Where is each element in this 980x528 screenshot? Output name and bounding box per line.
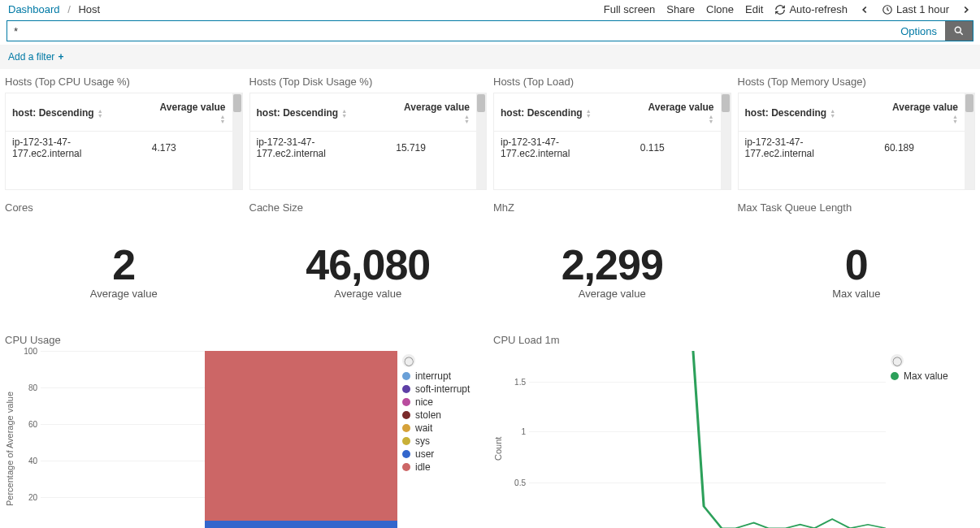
scrollbar[interactable] [232,93,242,189]
panel-title: Cores [5,200,243,219]
breadcrumb-sep: / [67,3,71,15]
breadcrumb-root[interactable]: Dashboard [8,3,60,15]
panel-top-disk: Hosts (Top Disk Usage %) host: Descendin… [249,74,488,190]
svg-point-1 [955,27,960,32]
legend-item[interactable]: stolen [402,409,487,421]
metric-value: 2,299 [562,244,663,286]
panel-title: CPU Load 1m [493,332,975,351]
panel-cache: Cache Size 46,080 Average value [249,200,488,324]
col-value[interactable]: Average value▲▼ [634,93,721,132]
search-icon [953,25,965,37]
dot-icon [402,424,410,432]
sort-icon: ▲▼ [952,115,958,124]
share-button[interactable]: Share [666,3,695,15]
plus-icon: + [58,51,63,63]
sort-icon: ▲▼ [709,115,714,124]
fullscreen-button[interactable]: Full screen [604,3,656,15]
col-value[interactable]: Average value▲▼ [145,93,232,132]
legend-toggle[interactable]: ◯ [891,354,904,367]
table-row[interactable]: ip-172-31-47-177.ec2.internal 15.719 [250,132,477,165]
panel-title: Cache Size [249,200,488,219]
col-value[interactable]: Average value▲▼ [389,93,476,132]
query-bar: Options [7,20,973,41]
refresh-icon [774,4,786,15]
legend: ◯ Max value [886,351,975,528]
series-idle [205,351,397,528]
chevron-right-icon [960,4,972,15]
cpu-usage-plot[interactable] [41,351,397,528]
sort-icon: ▲▼ [220,115,226,124]
search-input[interactable] [7,21,892,41]
legend-item[interactable]: nice [402,396,487,408]
scrollbar[interactable] [721,93,731,189]
add-filter-button[interactable]: Add a filter + [8,51,63,63]
metric-value: 46,080 [306,244,430,286]
col-host[interactable]: host: Descending▲▼ [494,93,634,132]
series-max-value [529,351,886,528]
query-options-button[interactable]: Options [892,21,945,41]
time-next-button[interactable] [960,4,972,15]
scrollbar[interactable] [965,93,974,189]
dot-icon [402,411,410,419]
clone-button[interactable]: Clone [706,3,734,15]
series-user [205,521,397,528]
metric-value: 0 [845,244,868,286]
legend-item[interactable]: user [402,448,487,460]
y-axis-label: Percentage of Average value [5,351,16,528]
y-axis-label: Count [493,351,505,528]
dot-icon [402,463,410,471]
chevron-left-icon [859,4,870,15]
panel-maxqueue: Max Task Queue Length 0 Max value [738,200,976,324]
cpu-load-plot[interactable] [529,351,886,528]
table-row[interactable]: ip-172-31-47-177.ec2.internal 4.173 [6,132,232,165]
panel-top-load: Hosts (Top Load) host: Descending▲▼ Aver… [493,74,731,190]
col-host[interactable]: host: Descending▲▼ [739,93,878,132]
panel-title: MhZ [493,200,731,219]
panel-cpu-usage: CPU Usage Percentage of Average value 0 … [5,332,487,528]
breadcrumb-current: Host [78,3,100,15]
y-axis: 0 0.5 1 1.5 [505,351,529,528]
panel-cpu-load: CPU Load 1m Count 0 0.5 1 1.5 [493,332,975,528]
dot-icon [891,372,899,380]
metric-value: 2 [112,244,135,286]
metric-label: Max value [832,288,880,300]
dot-icon [402,398,410,406]
legend: ◯ interrupt soft-interrupt nice stolen w… [397,351,487,528]
panel-title: Max Task Queue Length [738,200,976,219]
legend-item[interactable]: idle [402,461,487,473]
legend-item[interactable]: Max value [891,370,975,382]
col-value[interactable]: Average value▲▼ [878,93,965,132]
panel-title: Hosts (Top Load) [493,74,731,93]
search-button[interactable] [945,21,973,41]
legend-item[interactable]: soft-interrupt [402,383,487,395]
time-prev-button[interactable] [859,4,870,15]
col-host[interactable]: host: Descending▲▼ [250,93,390,132]
panel-title: Hosts (Top Disk Usage %) [249,74,488,93]
table-panels-row: Hosts (Top CPU Usage %) host: Descending… [0,69,980,195]
dot-icon [402,437,410,445]
panel-top-mem: Hosts (Top Memory Usage) host: Descendin… [738,74,976,190]
timerange-button[interactable]: Last 1 hour [882,3,949,15]
col-host[interactable]: host: Descending▲▼ [6,93,145,132]
metric-label: Average value [579,288,646,300]
legend-item[interactable]: wait [402,422,487,434]
legend-item[interactable]: interrupt [402,370,487,382]
table-row[interactable]: ip-172-31-47-177.ec2.internal 0.115 [494,132,721,165]
metric-label: Average value [90,288,158,300]
sort-icon: ▲▼ [341,109,347,119]
dot-icon [402,385,410,393]
panel-cores: Cores 2 Average value [5,200,243,324]
sort-icon: ▲▼ [586,109,592,119]
scrollbar[interactable] [476,93,486,189]
autorefresh-button[interactable]: Auto-refresh [774,3,848,15]
panel-top-cpu: Hosts (Top CPU Usage %) host: Descending… [5,74,243,190]
clock-icon [882,4,893,15]
legend-toggle[interactable]: ◯ [402,354,415,367]
metric-panels-row: Cores 2 Average value Cache Size 46,080 … [0,195,980,329]
sort-icon: ▲▼ [464,115,470,124]
table-row[interactable]: ip-172-31-47-177.ec2.internal 60.189 [739,132,965,165]
legend-item[interactable]: sys [402,435,487,447]
dot-icon [402,450,410,458]
filter-bar: Add a filter + [0,45,980,69]
edit-button[interactable]: Edit [745,3,763,15]
